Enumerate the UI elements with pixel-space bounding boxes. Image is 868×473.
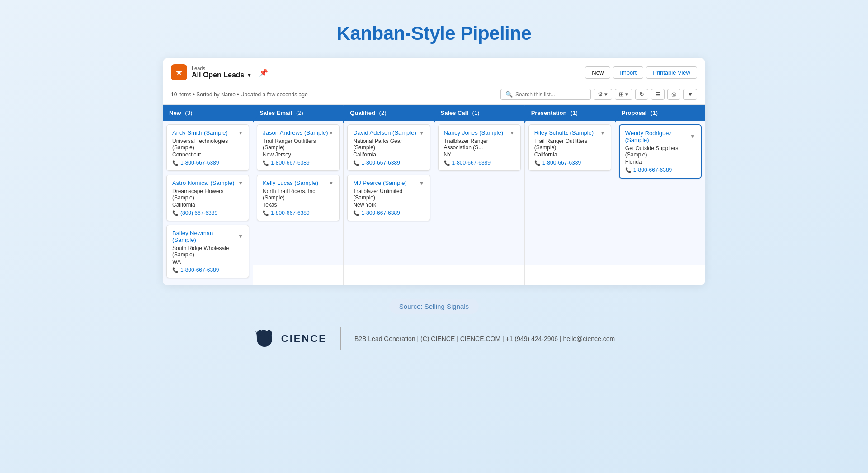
filter-button[interactable]: ▼: [683, 89, 697, 100]
card-location: New York: [353, 202, 424, 208]
col-header-sales-call[interactable]: Sales Call (1): [434, 105, 524, 121]
card-phone-number: 1-800-667-6389: [361, 160, 400, 166]
card-company: Dreamscape Flowers (Sample): [172, 188, 243, 201]
card-phone[interactable]: 📞 1-800-667-6389: [263, 160, 334, 166]
card-phone[interactable]: 📞 (800) 667-6389: [172, 210, 243, 216]
card-location: Texas: [263, 202, 334, 208]
card-phone[interactable]: 📞 1-800-667-6389: [172, 267, 243, 273]
card-location: WA: [172, 259, 243, 265]
card-location: NY: [444, 151, 515, 158]
kanban-card[interactable]: Astro Nomical (Sample) ▼ Dreamscape Flow…: [166, 175, 249, 221]
refresh-button[interactable]: ↻: [635, 89, 648, 100]
kanban-card[interactable]: David Adelson (Sample) ▼ National Parks …: [347, 124, 430, 171]
card-header: Wendy Rodriguez (Sample) ▼: [625, 130, 695, 143]
col-header-sales-email[interactable]: Sales Email (2): [253, 105, 343, 121]
card-dropdown-icon[interactable]: ▼: [690, 133, 695, 140]
card-name[interactable]: David Adelson (Sample): [353, 129, 416, 136]
crm-brand-text: Leads All Open Leads ▼: [192, 66, 252, 79]
card-phone[interactable]: 📞 1-800-667-6389: [444, 160, 515, 166]
kanban-columns: New (3) Andy Smith (Sample) ▼ Universal …: [163, 105, 705, 285]
settings-tool-button[interactable]: ⚙ ▾: [594, 89, 612, 100]
card-dropdown-icon[interactable]: ▼: [238, 130, 243, 136]
card-header: Astro Nomical (Sample) ▼: [172, 180, 243, 186]
kanban-card[interactable]: Bailey Newman (Sample) ▼ South Ridge Who…: [166, 225, 249, 278]
footer: CIENCE B2B Lead Generation | (C) CIENCE …: [235, 327, 633, 350]
col-body-presentation: Riley Schultz (Sample) ▼ Trail Ranger Ou…: [525, 121, 615, 265]
card-name[interactable]: Bailey Newman (Sample): [172, 230, 238, 243]
card-header: Jason Andrews (Sample) ▼: [263, 129, 334, 136]
card-dropdown-icon[interactable]: ▼: [328, 180, 334, 186]
kanban-card[interactable]: Nancy Jones (Sample) ▼ Trailblazer Range…: [438, 124, 521, 171]
kanban-board: New (3) Andy Smith (Sample) ▼ Universal …: [163, 105, 705, 285]
kanban-card[interactable]: Kelly Lucas (Sample) ▼ North Trail Rider…: [257, 175, 340, 221]
card-name[interactable]: Andy Smith (Sample): [172, 129, 228, 136]
col-header-new[interactable]: New (3): [163, 105, 253, 121]
col-label-qualified: Qualified: [350, 109, 375, 116]
card-phone-number: 1-800-667-6389: [452, 160, 491, 166]
card-location: Florida: [625, 159, 695, 165]
page-wrapper: Kanban-Style Pipeline ★ Leads All Open L…: [0, 0, 868, 473]
card-name[interactable]: Kelly Lucas (Sample): [263, 180, 318, 186]
card-phone[interactable]: 📞 1-800-667-6389: [625, 167, 695, 173]
card-name[interactable]: Wendy Rodriguez (Sample): [625, 130, 690, 143]
search-box[interactable]: 🔍: [500, 89, 591, 100]
card-dropdown-icon[interactable]: ▼: [419, 180, 425, 186]
kanban-card[interactable]: Riley Schultz (Sample) ▼ Trail Ranger Ou…: [528, 124, 611, 171]
card-phone[interactable]: 📞 1-800-667-6389: [172, 160, 243, 166]
footer-divider: [340, 327, 341, 350]
search-input[interactable]: [515, 91, 586, 98]
col-header-proposal[interactable]: Proposal (1): [615, 105, 705, 121]
view-toggle-button[interactable]: ⊞ ▾: [615, 89, 633, 100]
import-button[interactable]: Import: [613, 66, 643, 79]
card-company: Trail Ranger Outfitters (Sample): [263, 138, 334, 151]
card-phone[interactable]: 📞 1-800-667-6389: [263, 210, 334, 216]
card-company: North Trail Riders, Inc. (Sample): [263, 188, 334, 201]
col-header-qualified[interactable]: Qualified (2): [344, 105, 434, 121]
kanban-card[interactable]: Andy Smith (Sample) ▼ Universal Technolo…: [166, 124, 249, 171]
kanban-card[interactable]: Wendy Rodriguez (Sample) ▼ Get Outside S…: [619, 124, 702, 179]
card-dropdown-icon[interactable]: ▼: [328, 130, 334, 136]
chart-button[interactable]: ◎: [667, 89, 680, 100]
new-button[interactable]: New: [585, 66, 610, 79]
card-name[interactable]: MJ Pearce (Sample): [353, 180, 406, 186]
kanban-col-proposal: Proposal (1) Wendy Rodriguez (Sample) ▼ …: [615, 105, 705, 285]
card-phone[interactable]: 📞 1-800-667-6389: [353, 160, 424, 166]
card-name[interactable]: Riley Schultz (Sample): [534, 129, 594, 136]
phone-icon: 📞: [263, 210, 269, 216]
list-view-button[interactable]: ☰: [651, 89, 665, 100]
crm-header-top: ★ Leads All Open Leads ▼ 📌 New Import Pr…: [171, 64, 697, 80]
card-company: Get Outside Suppliers (Sample): [625, 145, 695, 158]
card-dropdown-icon[interactable]: ▼: [600, 130, 605, 136]
kanban-col-qualified: Qualified (2) David Adelson (Sample) ▼ N…: [344, 105, 434, 285]
card-location: California: [353, 151, 424, 158]
card-dropdown-icon[interactable]: ▼: [509, 130, 515, 136]
kanban-card[interactable]: MJ Pearce (Sample) ▼ Trailblazer Unlimit…: [347, 175, 430, 221]
phone-icon: 📞: [353, 160, 359, 166]
card-phone[interactable]: 📞 1-800-667-6389: [353, 210, 424, 216]
printable-view-button[interactable]: Printable View: [646, 66, 697, 79]
card-phone-number: 1-800-667-6389: [542, 160, 581, 166]
all-open-leads-title[interactable]: All Open Leads ▼: [192, 71, 252, 79]
crm-container: ★ Leads All Open Leads ▼ 📌 New Import Pr…: [163, 58, 705, 285]
footer-info: B2B Lead Generation | (C) CIENCE | CIENC…: [354, 335, 615, 342]
crm-header: ★ Leads All Open Leads ▼ 📌 New Import Pr…: [163, 58, 705, 105]
col-count-new: (3): [184, 109, 193, 116]
card-dropdown-icon[interactable]: ▼: [238, 233, 243, 240]
card-phone[interactable]: 📞 1-800-667-6389: [534, 160, 605, 166]
card-phone-number: (800) 667-6389: [180, 210, 217, 216]
title-chevron-icon: ▼: [246, 72, 252, 78]
col-header-presentation[interactable]: Presentation (1): [525, 105, 615, 121]
crm-tools: 🔍 ⚙ ▾ ⊞ ▾ ↻ ☰ ◎ ▼: [500, 89, 697, 100]
card-dropdown-icon[interactable]: ▼: [419, 130, 425, 136]
col-count-sales-email: (2): [294, 109, 303, 116]
footer-logo: CIENCE: [253, 327, 327, 350]
card-company: National Parks Gear (Sample): [353, 138, 424, 151]
kanban-col-sales-call: Sales Call (1) Nancy Jones (Sample) ▼ Tr…: [434, 105, 525, 285]
crm-brand: ★ Leads All Open Leads ▼ 📌: [171, 64, 268, 80]
card-name[interactable]: Jason Andrews (Sample): [263, 129, 328, 136]
card-name[interactable]: Astro Nomical (Sample): [172, 180, 234, 186]
card-name[interactable]: Nancy Jones (Sample): [444, 129, 504, 136]
kanban-card[interactable]: Jason Andrews (Sample) ▼ Trail Ranger Ou…: [257, 124, 340, 171]
card-dropdown-icon[interactable]: ▼: [238, 180, 243, 186]
card-company: South Ridge Wholesale (Sample): [172, 245, 243, 258]
